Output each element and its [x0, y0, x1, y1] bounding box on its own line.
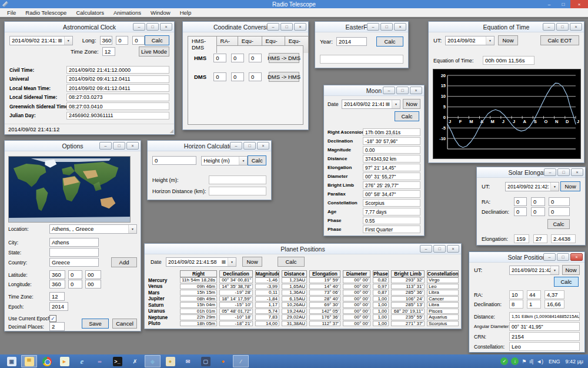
menu-item-radio-telescope[interactable]: Radio Telescope	[21, 9, 71, 16]
ie-icon[interactable]: e	[74, 355, 90, 367]
window-solar-position[interactable]: Solar Position–□× UT: 2014/09/02 21:42:▼…	[469, 251, 585, 353]
restore-icon[interactable]: □	[556, 0, 570, 8]
window-titlebar[interactable]: Solar Elongation–□×	[477, 167, 585, 178]
menu-item-calculators[interactable]: Calculators	[71, 9, 109, 16]
calc-button[interactable]: Calc	[395, 111, 419, 121]
taskbar-clock[interactable]: 9:42 μμ	[566, 359, 583, 364]
firefox-icon[interactable]: ●	[215, 355, 231, 367]
calc-button[interactable]: Calc	[145, 35, 169, 45]
dec-d-input[interactable]: 0	[514, 207, 527, 216]
calc-button[interactable]: Calc	[278, 257, 305, 267]
cancel-button[interactable]: Cancel	[112, 319, 137, 329]
volume-icon[interactable]: ◄)	[536, 359, 543, 364]
ra-h-input[interactable]: 0	[514, 197, 527, 206]
menu-item-animations[interactable]: Animations	[109, 9, 146, 16]
close-icon[interactable]: ×	[294, 23, 306, 31]
tab-hms-dms[interactable]: HMS-DMS	[188, 36, 217, 53]
window-moon[interactable]: Moon–□× Date 2014/09/02 21:41:53▦▼ Now C…	[323, 85, 425, 236]
minimize-icon[interactable]: –	[133, 23, 145, 31]
pc-icon[interactable]: ▣	[4, 355, 19, 367]
close-icon[interactable]: ×	[570, 23, 582, 31]
hms-s-input[interactable]: 0	[249, 54, 262, 62]
language-indicator[interactable]: ENG	[549, 359, 560, 364]
lat-sec-input[interactable]: 00	[85, 270, 101, 279]
ut-picker[interactable]: 2014/09/02 21:42:▼	[509, 266, 559, 275]
close-icon[interactable]: ×	[570, 253, 583, 261]
hms-h-input[interactable]: 0	[213, 54, 226, 62]
window-solar-elongation[interactable]: Solar Elongation–□× UT: 2014/09/02 21:42…	[476, 167, 586, 246]
binoculars-icon[interactable]: ∞	[92, 355, 108, 367]
lon-sec-input[interactable]: 00	[85, 280, 101, 289]
window-options[interactable]: Options–□×	[4, 140, 141, 331]
dropdown-icon[interactable]: ▼	[486, 37, 494, 45]
maximize-icon[interactable]: □	[433, 245, 446, 253]
dms-m-input[interactable]: 0	[231, 72, 244, 81]
maximize-icon[interactable]: □	[380, 23, 393, 31]
hms-m-input[interactable]: 0	[231, 54, 244, 62]
messenger-icon[interactable]: ✉	[180, 355, 196, 367]
display-icon[interactable]: ▢	[198, 355, 213, 367]
city-input[interactable]: Athens	[49, 238, 99, 247]
minimize-icon[interactable]: –	[543, 23, 555, 31]
calc-button[interactable]: Calc	[376, 37, 403, 47]
ra-s-input[interactable]: 0	[549, 197, 570, 206]
dms-s-input[interactable]: 0	[249, 72, 262, 81]
save-button[interactable]: Save	[82, 319, 109, 329]
timezone-input[interactable]: 12	[49, 292, 65, 301]
horizon-value-input[interactable]: 0	[152, 156, 196, 165]
minimize-icon[interactable]: –	[367, 23, 379, 31]
unit-select[interactable]: Height (m)▼	[201, 156, 248, 165]
close-icon[interactable]: ×	[126, 142, 139, 150]
ut-date-picker[interactable]: 2014/09/02▼	[445, 36, 495, 45]
window-titlebar[interactable]: Planet Positions–□×	[145, 244, 461, 254]
close-icon[interactable]: ×	[160, 23, 172, 31]
now-button[interactable]: Now	[498, 35, 518, 45]
maximize-icon[interactable]: □	[396, 87, 409, 94]
x-tool-icon[interactable]: ✗	[127, 355, 143, 367]
now-button[interactable]: Now	[403, 99, 420, 109]
dec-m-input[interactable]: 0	[531, 207, 545, 216]
dropdown-icon[interactable]: ▼	[392, 100, 400, 108]
dropdown-icon[interactable]: ▼	[64, 37, 72, 45]
now-button[interactable]: Now	[562, 265, 580, 275]
calc-button[interactable]: Calc	[248, 155, 266, 165]
window-planet-positions[interactable]: Planet Positions–□× Date 2014/09/02 21:4…	[144, 243, 462, 329]
dms-to-hms-button[interactable]: DMS -> HMS	[269, 72, 299, 82]
minimize-icon[interactable]: –	[230, 142, 242, 150]
brush-icon[interactable]: ◆	[145, 355, 161, 367]
menu-item-file[interactable]: File	[2, 9, 21, 16]
calc-button[interactable]: Calc	[547, 219, 570, 229]
terminal-icon[interactable]: >_	[109, 355, 125, 367]
state-input[interactable]	[49, 248, 99, 257]
lock-icon[interactable]: ●	[162, 355, 178, 367]
window-coordinate-conversions[interactable]: Coodinate Conversions–□× HMS-DMSRA-HAEqu…	[182, 21, 309, 130]
ra-m-input[interactable]: 0	[531, 197, 545, 206]
resize-grip[interactable]: ◢	[170, 128, 173, 134]
window-horizon-calculator[interactable]: Horizon Calculator–□× 0 Height (m)▼ Calc…	[147, 140, 272, 200]
close-icon[interactable]: ×	[570, 0, 588, 8]
location-select[interactable]: Athens, , Greece▼	[49, 224, 137, 234]
close-icon[interactable]: ×	[410, 87, 422, 94]
live-mode-button[interactable]: Live Mode	[139, 47, 169, 57]
maximize-icon[interactable]: □	[557, 168, 570, 176]
update-down-icon[interactable]: ↓	[511, 357, 519, 365]
ut-picker[interactable]: 2014/09/02 21:42:▼	[505, 182, 559, 191]
date-picker[interactable]: 2014/09/02 21:41:53▦▼	[342, 100, 400, 109]
add-button[interactable]: Add	[111, 257, 137, 267]
long-min-input[interactable]: 0	[116, 36, 128, 45]
window-titlebar[interactable]: Moon–□×	[324, 85, 424, 96]
epoch-input[interactable]: 2014	[49, 302, 68, 311]
dropdown-icon[interactable]: ▼	[128, 225, 136, 233]
window-titlebar[interactable]: Solar Position–□×	[469, 252, 584, 263]
dropdown-icon[interactable]: ▼	[550, 183, 559, 191]
close-icon[interactable]: ×	[447, 245, 459, 253]
now-button[interactable]: Now	[242, 257, 262, 267]
dec-s-input[interactable]: 0	[549, 207, 570, 216]
close-icon[interactable]: ×	[257, 142, 269, 150]
minimize-icon[interactable]: –	[542, 0, 556, 8]
main-titlebar[interactable]: Radio Telescope – □ ×	[0, 0, 588, 8]
close-icon[interactable]: ×	[571, 168, 583, 176]
maximize-icon[interactable]: □	[556, 23, 569, 31]
telescope-icon[interactable]: ∕	[233, 355, 249, 367]
flag-icon[interactable]: ⚑	[522, 359, 526, 364]
